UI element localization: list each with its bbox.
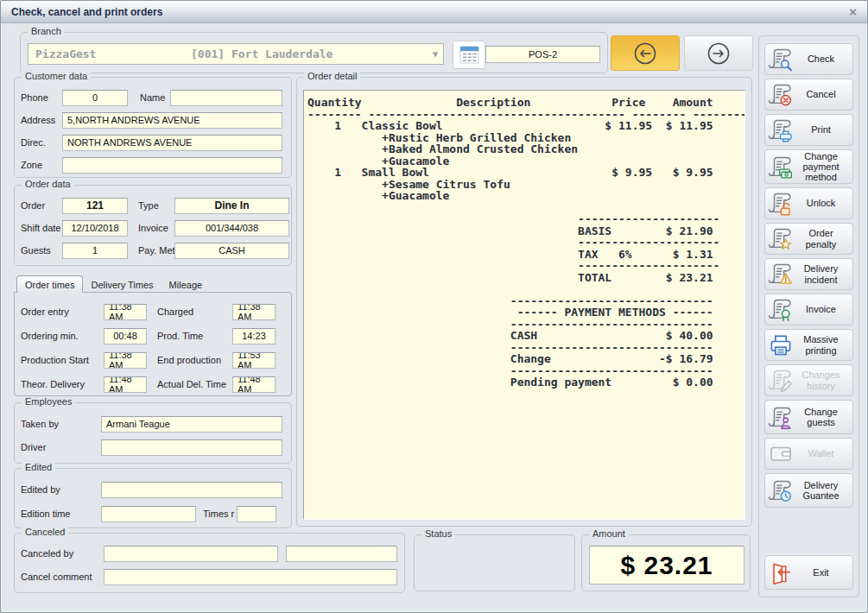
taken-by-field[interactable]: Armani Teague [101, 416, 282, 433]
order-type-field[interactable]: Dine In [174, 198, 289, 214]
order-entry-field[interactable]: 11:38 AM [104, 304, 147, 320]
taken-by-label: Taken by [21, 419, 101, 429]
order-number-label: Order [21, 200, 62, 211]
edition-time-label: Edition time [21, 509, 101, 519]
tab-delivery-times[interactable]: Delivery Times [83, 276, 161, 293]
order-type-label: Type [138, 200, 174, 211]
scroll-warning-icon [768, 261, 794, 288]
tab-mileage[interactable]: Mileage [162, 276, 211, 293]
exit-button[interactable]: Exit [764, 555, 853, 590]
production-start-field[interactable]: 11:38 AM [104, 352, 147, 369]
customer-data-group: Customer data Phone 0 Name Address 5,NOR… [14, 77, 292, 178]
branch-caption: Branch [28, 26, 65, 36]
guests-field[interactable]: 1 [62, 243, 128, 259]
charged-field[interactable]: 11:38 AM [232, 304, 276, 320]
exit-door-icon [768, 559, 794, 586]
production-start-label: Production Start [21, 355, 104, 365]
delivery-guarantee-button[interactable]: Delivery Guantee [764, 473, 853, 508]
arrow-right-circle-icon [706, 41, 732, 66]
tab-order-times[interactable]: Order times [16, 275, 83, 293]
wallet-icon [768, 440, 794, 467]
status-caption: Status [421, 528, 455, 539]
chevron-down-icon[interactable]: ▼ [428, 49, 443, 59]
wallet-button: Wallet [764, 438, 853, 470]
order-number-field[interactable]: 121 [62, 198, 128, 214]
edited-group: Edited Edited by Edition time Times r [14, 468, 292, 528]
nav-previous-button[interactable] [611, 35, 680, 71]
edition-time-field[interactable] [101, 506, 196, 522]
order-times-panel: Order entry 11:38 AM Charged 11:38 AM Or… [14, 292, 292, 396]
actions-panel: Check Cancel Print [758, 35, 859, 597]
scroll-clock-icon [768, 477, 794, 504]
massive-printing-button[interactable]: Massive printing [764, 329, 853, 361]
edited-by-field[interactable] [101, 482, 282, 498]
dialog-window: Check, cancel and print orders × Branch … [0, 0, 868, 613]
ordering-min-label: Ordering min. [21, 331, 104, 341]
phone-field[interactable]: 0 [62, 90, 128, 106]
ordering-min-field[interactable]: 00:48 [104, 328, 147, 344]
close-icon[interactable]: × [849, 5, 857, 18]
delivery-incident-button[interactable]: Delivery incident [764, 258, 853, 290]
direc-field[interactable]: NORTH ANDREWS AVENUE [62, 135, 282, 151]
scroll-money-icon [768, 154, 794, 180]
invoice-button[interactable]: Invoice [764, 294, 853, 325]
change-guests-button[interactable]: Change guests [764, 400, 853, 434]
receipt-text: Quantity Description Price Amount ------… [304, 91, 744, 389]
zone-label: Zone [21, 160, 62, 170]
arrow-left-circle-icon [632, 41, 658, 66]
order-detail-group: Order detail Quantity Description Price … [296, 77, 752, 527]
branch-combobox[interactable]: PizzaGest [001] Fort Lauderdale ▼ [28, 43, 444, 65]
check-button[interactable]: Check [764, 43, 853, 75]
scroll-rosette-icon [768, 296, 794, 323]
actual-del-time-field[interactable]: 11:48 AM [232, 376, 276, 393]
branch-selected-value: [001] Fort Lauderdale [96, 47, 428, 60]
unlock-button[interactable]: Unlock [764, 187, 853, 219]
order-penalty-button[interactable]: Order penalty [764, 223, 853, 255]
scroll-person-icon [768, 404, 794, 431]
order-detail-caption: Order detail [304, 71, 360, 81]
branch-lookup-button[interactable] [453, 41, 485, 69]
prod-time-field[interactable]: 14:23 [232, 328, 276, 344]
scroll-unlock-icon [768, 190, 794, 217]
name-label: Name [140, 92, 170, 103]
guests-label: Guests [21, 245, 62, 256]
shift-date-label: Shift date [21, 223, 62, 233]
theor-delivery-field[interactable]: 11:48 AM [104, 376, 147, 393]
nav-next-button[interactable] [684, 35, 753, 71]
name-field[interactable] [170, 90, 282, 106]
pos-terminal-field[interactable]: POS-2 [485, 46, 600, 63]
canceled-by-field[interactable] [104, 546, 278, 562]
amount-caption: Amount [589, 528, 629, 539]
canceled-time-field[interactable] [286, 546, 397, 562]
zone-field[interactable] [62, 157, 282, 174]
scroll-pencil-icon [768, 367, 794, 394]
table-grid-icon [459, 46, 479, 64]
actual-del-time-label: Actual Del. Time [157, 379, 232, 389]
driver-field[interactable] [101, 439, 282, 456]
order-entry-label: Order entry [21, 306, 104, 317]
times-reprinted-label: Times r [196, 509, 237, 519]
employees-group: Employees Taken by Armani Teague Driver [14, 402, 292, 464]
payment-method-field[interactable]: CASH [174, 243, 289, 259]
scroll-star-icon [768, 225, 794, 252]
receipt-panel[interactable]: Quantity Description Price Amount ------… [303, 90, 745, 520]
shift-date-field[interactable]: 12/10/2018 [62, 220, 128, 237]
cancel-button[interactable]: Cancel [764, 79, 853, 111]
scroll-magnifier-icon [768, 46, 794, 73]
amount-group: Amount $ 23.21 [581, 534, 751, 591]
cancel-comment-field[interactable] [104, 569, 397, 585]
system-name: PizzaGest [29, 47, 96, 60]
canceled-group: Canceled Canceled by Cancel comment [14, 533, 405, 593]
print-button[interactable]: Print [764, 114, 853, 146]
driver-label: Driver [21, 442, 101, 452]
address-label: Address [21, 115, 62, 125]
phone-label: Phone [21, 92, 62, 103]
address-field[interactable]: 5,NORTH ANDREWS AVENUE [62, 112, 282, 129]
invoice-field[interactable]: 001/344/038 [174, 220, 289, 237]
payment-method-label: Pay. Met [138, 245, 174, 256]
times-reprinted-field[interactable] [237, 506, 276, 522]
change-payment-method-button[interactable]: Change payment method [764, 149, 853, 184]
end-production-field[interactable]: 11:53 AM [232, 352, 276, 369]
direc-label: Direc. [21, 137, 62, 148]
order-data-group: Order data Order 121 Type Dine In Shift … [14, 185, 292, 266]
